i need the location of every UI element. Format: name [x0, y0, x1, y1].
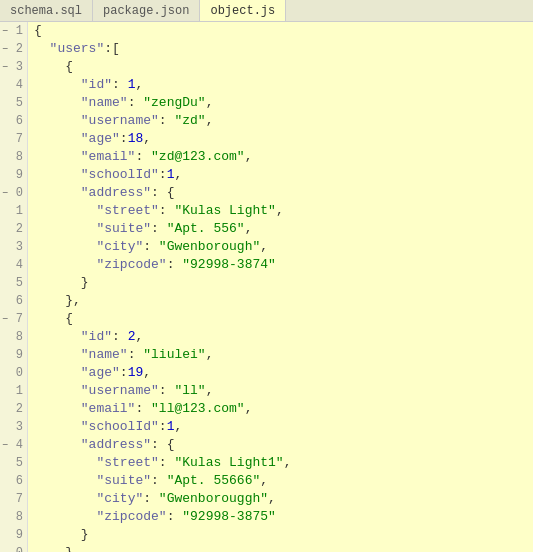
code-line-17: { — [34, 310, 533, 328]
ln-15: 5 — [0, 274, 27, 292]
tab-package[interactable]: package.json — [93, 0, 200, 21]
code-line-26: "suite": "Apt. 55666", — [34, 472, 533, 490]
fold-3[interactable]: − — [2, 62, 8, 73]
ln-27: 7 — [0, 490, 27, 508]
code-line-29: } — [34, 526, 533, 544]
ln-5: 5 — [0, 94, 27, 112]
ln-3: −3 — [0, 58, 27, 76]
code-line-28: "zipcode": "92998-3875" — [34, 508, 533, 526]
code-line-10: "address": { — [34, 184, 533, 202]
ln-23: 3 — [0, 418, 27, 436]
code-line-25: "street": "Kulas Light1", — [34, 454, 533, 472]
code-line-20: "age":19, — [34, 364, 533, 382]
code-line-5: "name": "zengDu", — [34, 94, 533, 112]
code-line-30: }, — [34, 544, 533, 552]
tab-object[interactable]: object.js — [200, 0, 286, 21]
ln-6: 6 — [0, 112, 27, 130]
ln-2: −2 — [0, 40, 27, 58]
code-line-9: "schoolId":1, — [34, 166, 533, 184]
ln-9: 9 — [0, 166, 27, 184]
fold-10[interactable]: − — [2, 188, 8, 199]
ln-29: 9 — [0, 526, 27, 544]
ln-19: 9 — [0, 346, 27, 364]
fold-1[interactable]: − — [2, 26, 8, 37]
code-line-22: "email": "ll@123.com", — [34, 400, 533, 418]
editor-container: schema.sql package.json object.js −1 −2 … — [0, 0, 533, 552]
ln-4: 4 — [0, 76, 27, 94]
code-content: { "users":[ { "id": 1, "name": "zengDu",… — [28, 22, 533, 552]
ln-20: 0 — [0, 364, 27, 382]
code-line-19: "name": "liulei", — [34, 346, 533, 364]
ln-7: 7 — [0, 130, 27, 148]
ln-21: 1 — [0, 382, 27, 400]
ln-22: 2 — [0, 400, 27, 418]
code-line-27: "city": "Gwenborouggh", — [34, 490, 533, 508]
ln-30: 0 — [0, 544, 27, 552]
code-line-14: "zipcode": "92998-3874" — [34, 256, 533, 274]
tab-schema[interactable]: schema.sql — [0, 0, 93, 21]
code-line-12: "suite": "Apt. 556", — [34, 220, 533, 238]
ln-8: 8 — [0, 148, 27, 166]
code-line-23: "schoolId":1, — [34, 418, 533, 436]
code-line-21: "username": "ll", — [34, 382, 533, 400]
ln-14: 4 — [0, 256, 27, 274]
ln-26: 6 — [0, 472, 27, 490]
line-numbers: −1 −2 −3 4 5 6 7 8 9 −0 1 2 3 4 5 6 −7 8… — [0, 22, 28, 552]
ln-18: 8 — [0, 328, 27, 346]
code-line-18: "id": 2, — [34, 328, 533, 346]
ln-25: 5 — [0, 454, 27, 472]
code-line-15: } — [34, 274, 533, 292]
fold-2[interactable]: − — [2, 44, 8, 55]
code-line-1: { — [34, 22, 533, 40]
ln-10: −0 — [0, 184, 27, 202]
code-line-11: "street": "Kulas Light", — [34, 202, 533, 220]
code-line-2: "users":[ — [34, 40, 533, 58]
code-line-24: "address": { — [34, 436, 533, 454]
code-line-6: "username": "zd", — [34, 112, 533, 130]
code-line-4: "id": 1, — [34, 76, 533, 94]
code-line-3: { — [34, 58, 533, 76]
ln-24: −4 — [0, 436, 27, 454]
ln-1: −1 — [0, 22, 27, 40]
ln-11: 1 — [0, 202, 27, 220]
tab-bar: schema.sql package.json object.js — [0, 0, 533, 22]
code-line-13: "city": "Gwenborough", — [34, 238, 533, 256]
code-line-7: "age":18, — [34, 130, 533, 148]
ln-28: 8 — [0, 508, 27, 526]
ln-13: 3 — [0, 238, 27, 256]
ln-16: 6 — [0, 292, 27, 310]
fold-17[interactable]: − — [2, 314, 8, 325]
ln-12: 2 — [0, 220, 27, 238]
code-line-16: }, — [34, 292, 533, 310]
fold-24[interactable]: − — [2, 440, 8, 451]
code-area: −1 −2 −3 4 5 6 7 8 9 −0 1 2 3 4 5 6 −7 8… — [0, 22, 533, 552]
ln-17: −7 — [0, 310, 27, 328]
code-line-8: "email": "zd@123.com", — [34, 148, 533, 166]
